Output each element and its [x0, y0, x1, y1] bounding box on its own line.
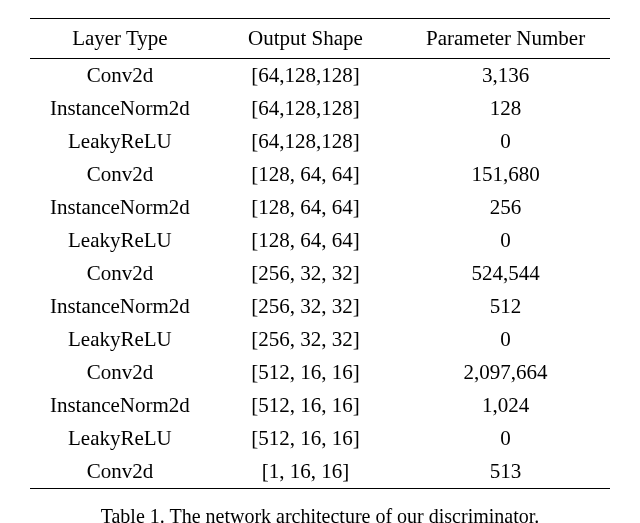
cell-output-shape: [64,128,128] [210, 92, 401, 125]
cell-layer-type: LeakyReLU [30, 323, 210, 356]
cell-layer-type: Conv2d [30, 455, 210, 489]
cell-layer-type: Conv2d [30, 257, 210, 290]
cell-param-number: 151,680 [401, 158, 610, 191]
table-caption: Table 1. The network architecture of our… [30, 505, 610, 523]
cell-param-number: 256 [401, 191, 610, 224]
table-row: Conv2d [64,128,128] 3,136 [30, 59, 610, 93]
cell-layer-type: InstanceNorm2d [30, 191, 210, 224]
cell-param-number: 513 [401, 455, 610, 489]
header-layer-type: Layer Type [30, 19, 210, 59]
table-row: LeakyReLU [64,128,128] 0 [30, 125, 610, 158]
cell-output-shape: [64,128,128] [210, 125, 401, 158]
table-row: InstanceNorm2d [128, 64, 64] 256 [30, 191, 610, 224]
cell-param-number: 0 [401, 125, 610, 158]
cell-output-shape: [512, 16, 16] [210, 356, 401, 389]
cell-output-shape: [256, 32, 32] [210, 323, 401, 356]
cell-layer-type: Conv2d [30, 356, 210, 389]
header-output-shape: Output Shape [210, 19, 401, 59]
table-row: Conv2d [128, 64, 64] 151,680 [30, 158, 610, 191]
table-row: Conv2d [512, 16, 16] 2,097,664 [30, 356, 610, 389]
cell-param-number: 524,544 [401, 257, 610, 290]
cell-layer-type: InstanceNorm2d [30, 92, 210, 125]
cell-layer-type: Conv2d [30, 158, 210, 191]
cell-output-shape: [128, 64, 64] [210, 158, 401, 191]
cell-param-number: 3,136 [401, 59, 610, 93]
cell-output-shape: [512, 16, 16] [210, 422, 401, 455]
cell-layer-type: InstanceNorm2d [30, 389, 210, 422]
cell-output-shape: [128, 64, 64] [210, 191, 401, 224]
table-row: Conv2d [256, 32, 32] 524,544 [30, 257, 610, 290]
cell-output-shape: [1, 16, 16] [210, 455, 401, 489]
cell-layer-type: Conv2d [30, 59, 210, 93]
cell-layer-type: LeakyReLU [30, 422, 210, 455]
cell-param-number: 0 [401, 422, 610, 455]
cell-layer-type: LeakyReLU [30, 125, 210, 158]
cell-output-shape: [256, 32, 32] [210, 290, 401, 323]
table-row: LeakyReLU [512, 16, 16] 0 [30, 422, 610, 455]
cell-output-shape: [256, 32, 32] [210, 257, 401, 290]
cell-layer-type: LeakyReLU [30, 224, 210, 257]
table-row: Conv2d [1, 16, 16] 513 [30, 455, 610, 489]
table-row: LeakyReLU [256, 32, 32] 0 [30, 323, 610, 356]
table-row: InstanceNorm2d [512, 16, 16] 1,024 [30, 389, 610, 422]
cell-param-number: 512 [401, 290, 610, 323]
table-row: LeakyReLU [128, 64, 64] 0 [30, 224, 610, 257]
cell-output-shape: [512, 16, 16] [210, 389, 401, 422]
cell-param-number: 1,024 [401, 389, 610, 422]
cell-param-number: 2,097,664 [401, 356, 610, 389]
cell-param-number: 128 [401, 92, 610, 125]
table-row: InstanceNorm2d [256, 32, 32] 512 [30, 290, 610, 323]
cell-layer-type: InstanceNorm2d [30, 290, 210, 323]
table-header-row: Layer Type Output Shape Parameter Number [30, 19, 610, 59]
cell-output-shape: [64,128,128] [210, 59, 401, 93]
architecture-table: Layer Type Output Shape Parameter Number… [30, 18, 610, 489]
cell-param-number: 0 [401, 224, 610, 257]
table-row: InstanceNorm2d [64,128,128] 128 [30, 92, 610, 125]
cell-param-number: 0 [401, 323, 610, 356]
header-parameter-number: Parameter Number [401, 19, 610, 59]
cell-output-shape: [128, 64, 64] [210, 224, 401, 257]
